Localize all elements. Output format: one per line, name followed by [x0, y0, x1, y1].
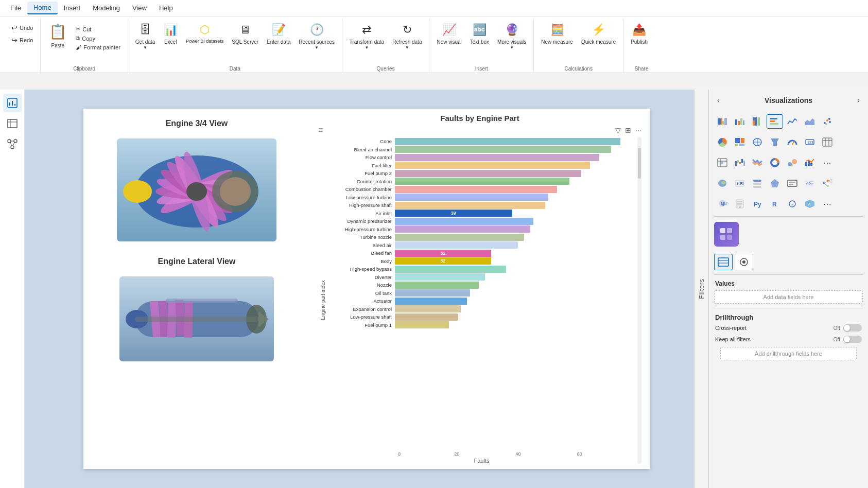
- viz-smart-narr[interactable]: Aa: [802, 176, 818, 190]
- keep-filters-toggle[interactable]: Off: [834, 336, 862, 343]
- viz-qna[interactable]: Q&A: [714, 197, 731, 211]
- viz-line[interactable]: [784, 114, 801, 129]
- viz-shape-map[interactable]: [767, 176, 783, 190]
- viz-treemap[interactable]: [732, 135, 748, 149]
- filters-label[interactable]: Filters: [698, 278, 705, 299]
- svg-line-112: [825, 183, 827, 186]
- excel-button[interactable]: 📊 Excel: [160, 21, 181, 47]
- format-painter-icon: 🖌: [76, 44, 81, 50]
- svg-rect-130: [720, 235, 725, 240]
- viz-bubble[interactable]: [784, 155, 801, 170]
- viz-scatter[interactable]: [819, 114, 836, 129]
- format-painter-button[interactable]: 🖌 Format painter: [73, 43, 124, 51]
- new-measure-button[interactable]: 🧮 New measure: [538, 21, 576, 47]
- menu-modeling[interactable]: Modeling: [86, 2, 126, 14]
- viz-matrix[interactable]: [714, 155, 731, 170]
- sidebar-report-icon[interactable]: [3, 94, 22, 112]
- recent-sources-button[interactable]: 🕐 Recent sources ▼: [296, 21, 337, 53]
- quick-measure-button[interactable]: ⚡ Quick measure: [578, 21, 619, 47]
- bar-row: Low-pressure turbine: [328, 194, 635, 201]
- viz-map[interactable]: [749, 135, 766, 149]
- enter-data-button[interactable]: 📝 Enter data: [264, 21, 293, 47]
- viz-card[interactable]: 123: [802, 135, 818, 149]
- menu-file[interactable]: File: [4, 2, 27, 14]
- viz-grouped-bar[interactable]: [732, 114, 748, 129]
- collapse-right-button[interactable]: ›: [855, 94, 862, 107]
- chart-filter-icon[interactable]: ▽: [615, 126, 621, 134]
- viz-kpi[interactable]: KPI: [732, 176, 748, 190]
- viz-divider: [714, 216, 863, 217]
- viz-python[interactable]: Py: [749, 197, 766, 211]
- text-box-button[interactable]: 🔤 Text box: [467, 21, 492, 47]
- cut-button[interactable]: ✂ Cut: [73, 25, 124, 33]
- viz-waterfall[interactable]: [732, 155, 748, 170]
- cross-report-track[interactable]: [843, 324, 862, 332]
- bar-row: Oil tank: [328, 289, 635, 297]
- powerbi-datasets-button[interactable]: ⬡ Power BI datasets: [183, 21, 227, 46]
- viz-grid-3: ···: [709, 152, 868, 173]
- viz-table[interactable]: [819, 135, 836, 149]
- svg-rect-50: [770, 120, 775, 122]
- viz-stacked-bar[interactable]: [714, 114, 731, 129]
- viz-gauge[interactable]: [784, 135, 801, 149]
- keep-filters-track[interactable]: [843, 336, 862, 343]
- copy-button[interactable]: ⧉ Copy: [73, 34, 124, 43]
- sql-server-button[interactable]: 🖥 SQL Server: [229, 21, 262, 47]
- more-visuals-button[interactable]: 🔮 More visuals ▼: [494, 21, 529, 53]
- cross-report-toggle[interactable]: Off: [834, 324, 862, 332]
- menu-help[interactable]: Help: [153, 2, 179, 14]
- viz-format-icon[interactable]: [735, 254, 753, 270]
- paste-button[interactable]: 📋 Paste: [45, 21, 71, 51]
- add-data-fields-box[interactable]: Add data fields here: [714, 290, 863, 304]
- chart-more-icon[interactable]: ···: [635, 126, 641, 134]
- svg-line-67: [792, 141, 794, 145]
- viz-ai-insights[interactable]: [784, 197, 801, 211]
- menu-insert[interactable]: Insert: [58, 2, 87, 14]
- svg-text:R: R: [739, 205, 741, 208]
- viz-azure-maps[interactable]: A: [802, 197, 818, 211]
- transform-data-button[interactable]: ⇄ Transform data ▼: [346, 21, 387, 53]
- viz-textbox[interactable]: [784, 176, 801, 190]
- chart-scrollbar[interactable]: [637, 137, 641, 464]
- bar-row: High-pressure turbine: [328, 225, 635, 233]
- viz-pie[interactable]: [714, 135, 731, 149]
- viz-custom[interactable]: ⋯: [819, 197, 836, 211]
- publish-button[interactable]: 📤 Publish: [628, 21, 651, 47]
- sidebar-model-icon[interactable]: [3, 135, 22, 153]
- viz-paginated[interactable]: R: [732, 197, 748, 211]
- viz-100-bar[interactable]: [749, 114, 766, 129]
- collapse-left-button[interactable]: ‹: [715, 94, 722, 107]
- bar-row: Combustion chamber: [328, 186, 635, 193]
- chart-expand-icon[interactable]: ⊞: [625, 126, 631, 134]
- viz-decomp-tree[interactable]: [819, 176, 836, 190]
- add-drillthrough-fields-box[interactable]: Add drillthrough fields here: [720, 347, 857, 360]
- viz-field-wells-icon[interactable]: [714, 254, 733, 270]
- viz-slicer[interactable]: [749, 176, 766, 190]
- engine-lateral-title: Engine Lateral View: [158, 257, 236, 266]
- get-data-button[interactable]: 🗄 Get data ▼: [132, 21, 158, 53]
- refresh-data-button[interactable]: ↻ Refresh data ▼: [389, 21, 425, 53]
- menu-view[interactable]: View: [126, 2, 153, 14]
- viz-grid-5: Q&A R Py R A ⋯: [709, 194, 868, 214]
- viz-ribbon[interactable]: [749, 155, 766, 170]
- viz-special-icon[interactable]: [714, 222, 739, 247]
- viz-funnel[interactable]: [767, 135, 783, 149]
- viz-area[interactable]: [802, 114, 818, 129]
- viz-filled-map[interactable]: [714, 176, 731, 190]
- viz-special-section: [709, 219, 868, 250]
- svg-text:Py: Py: [754, 201, 761, 208]
- bar-row: High-pressure shaft: [328, 202, 635, 209]
- undo-button[interactable]: ↩ Undo: [8, 23, 36, 33]
- chart-scrollbar-thumb[interactable]: [638, 148, 641, 179]
- new-visual-button[interactable]: 📈 New visual: [433, 21, 464, 47]
- viz-horizontal-bar[interactable]: [767, 114, 783, 129]
- viz-donut[interactable]: [767, 155, 783, 170]
- viz-r-script[interactable]: R: [767, 197, 783, 211]
- drillthrough-title: Drillthrough: [715, 313, 862, 321]
- viz-more[interactable]: ···: [819, 155, 836, 170]
- enter-data-icon: 📝: [272, 23, 286, 38]
- menu-home[interactable]: Home: [27, 2, 58, 14]
- viz-combo[interactable]: [802, 155, 818, 170]
- sidebar-data-icon[interactable]: [3, 114, 22, 133]
- redo-button[interactable]: ↪ Redo: [8, 35, 36, 45]
